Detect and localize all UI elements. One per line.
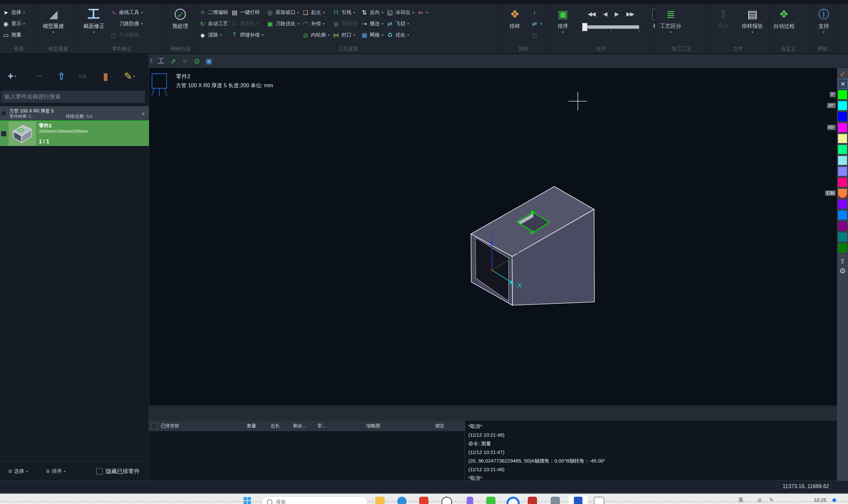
measure-button[interactable]: ▭测量 bbox=[2, 30, 25, 40]
move-up-button[interactable]: ╌╌⇧ bbox=[838, 255, 847, 265]
viewport-3d[interactable]: 零件2 方管 100 X R0 厚度 5 长度:200 单位: mm Y Z X bbox=[149, 68, 837, 406]
section-profile-icon[interactable]: ▣ bbox=[203, 57, 215, 65]
command-log[interactable]: *取消*(11/12 10:21:46)命令: 测量(11/12 10:21:4… bbox=[465, 421, 837, 481]
lead-line-button[interactable]: ⊓引线▾ bbox=[332, 7, 358, 18]
select-button[interactable]: ➤选择▾ bbox=[2, 7, 25, 18]
search-input[interactable] bbox=[1, 91, 145, 103]
cooling-point-button[interactable]: ◱冷却点▾ bbox=[386, 7, 414, 18]
close-button[interactable]: × bbox=[838, 79, 848, 89]
seal-button[interactable]: ⋈封口▾ bbox=[332, 30, 358, 40]
inner-contour-button[interactable]: ◎内轮廓▾ bbox=[302, 30, 330, 40]
browser-ring-icon[interactable] bbox=[507, 497, 520, 504]
sort-button[interactable]: ▣排序▾ bbox=[550, 7, 576, 34]
nest-button[interactable]: ❖排样 bbox=[501, 7, 528, 30]
sort-menu-button[interactable]: ≣ 排序 ▾ bbox=[46, 468, 66, 474]
folder-icon[interactable] bbox=[375, 497, 385, 504]
optimize-button[interactable]: ♻优化▾ bbox=[386, 30, 414, 40]
start-point-button[interactable]: ❏起点▾ bbox=[302, 7, 330, 18]
process-swatch[interactable] bbox=[838, 134, 847, 143]
display-button[interactable]: ◉显示▾ bbox=[2, 19, 25, 29]
auto-flow-button[interactable]: ❖自动过程 bbox=[771, 7, 797, 30]
nest-report-button[interactable]: ▤排样报告▾ bbox=[739, 7, 766, 34]
simulate-button[interactable]: ▶模拟▾ bbox=[645, 7, 655, 34]
process-swatch[interactable] bbox=[838, 90, 847, 99]
process-swatch[interactable] bbox=[838, 222, 847, 231]
group-checkbox[interactable] bbox=[1, 111, 6, 116]
simulation-speed-slider[interactable] bbox=[582, 25, 639, 29]
circle-icon[interactable]: ○ bbox=[179, 57, 191, 65]
process-swatch[interactable] bbox=[838, 244, 847, 252]
process-swatch[interactable] bbox=[838, 112, 847, 121]
swap-button[interactable]: ⇄▾ bbox=[531, 19, 542, 29]
process-distinguish-button[interactable]: ≣工艺区分▾ bbox=[657, 7, 684, 34]
settings-button[interactable]: ⚙ bbox=[838, 266, 847, 275]
taskbar-search[interactable]: 搜索 bbox=[262, 497, 367, 504]
step-back-icon[interactable]: ◀ bbox=[603, 11, 607, 18]
gray-app-icon[interactable] bbox=[551, 497, 560, 504]
panda-app-icon[interactable] bbox=[441, 497, 452, 504]
process-swatch[interactable] bbox=[838, 101, 847, 110]
drag-handle-icon[interactable]: ‖ bbox=[150, 57, 152, 65]
vibration-button[interactable]: ↭▾ bbox=[417, 7, 428, 18]
process-swatch[interactable] bbox=[838, 233, 847, 241]
process-swatch[interactable] bbox=[838, 156, 847, 165]
fast-forward-icon[interactable]: ▶▶ bbox=[626, 11, 634, 18]
snip-tool-icon[interactable] bbox=[594, 497, 604, 504]
chevron-down-icon[interactable]: ∨ bbox=[141, 110, 145, 116]
hide-nested-parts-checkbox[interactable]: 隐藏已排零件 bbox=[96, 468, 140, 475]
preprocess-button[interactable]: ✓预处理 bbox=[167, 7, 194, 30]
edge-browser-icon[interactable] bbox=[397, 497, 407, 504]
compensation-button[interactable]: ◠补偿▾ bbox=[302, 19, 330, 29]
process-swatch[interactable] bbox=[838, 178, 847, 187]
slider-knob[interactable] bbox=[582, 23, 587, 31]
material-group-row[interactable]: 方管 100 X R0 厚度 5 零件种类: 1 待排/总数: 1/1 ∨ bbox=[0, 106, 149, 121]
measure-icon[interactable]: ⇗ bbox=[167, 57, 179, 65]
clock[interactable]: 10:25 bbox=[814, 497, 827, 503]
model-rebuild-button[interactable]: ◢模型重建▾ bbox=[40, 7, 67, 34]
tray-icon[interactable]: ◎ bbox=[757, 497, 762, 503]
fly-cut-button[interactable]: ⇄飞切▾ bbox=[386, 19, 414, 29]
process-swatch[interactable] bbox=[838, 123, 847, 132]
ime-indicator[interactable]: 英 bbox=[739, 497, 743, 503]
process-swatch[interactable] bbox=[838, 189, 847, 198]
add-part-button[interactable]: +▾ bbox=[5, 69, 19, 83]
edit-2d-button[interactable]: ⌗二维编辑 bbox=[199, 7, 228, 18]
confirm-button[interactable]: ✓ bbox=[838, 70, 847, 79]
windows-icon[interactable] bbox=[244, 497, 251, 504]
select-all-checkbox[interactable] bbox=[151, 424, 157, 429]
process-swatch[interactable] bbox=[838, 145, 847, 154]
tube-icon[interactable]: ⊙ bbox=[191, 57, 203, 65]
process-swatch[interactable] bbox=[838, 200, 847, 209]
toolpath-optimize-button[interactable]: ▣刀路优化▾ bbox=[266, 19, 299, 29]
select-menu-button[interactable]: ≣ 选择 ▾ bbox=[8, 468, 28, 474]
grid-button[interactable]: ▦网格▾ bbox=[360, 30, 383, 40]
tube-model-3d[interactable]: Y Z X bbox=[149, 68, 837, 406]
tray-icon[interactable]: ✎ bbox=[769, 497, 774, 503]
add-material-button[interactable]: ▮ bbox=[98, 69, 113, 83]
import-parts-button[interactable]: ⇧ bbox=[54, 69, 69, 83]
process-swatch[interactable] bbox=[838, 211, 847, 220]
edit-list-button[interactable]: ✎▾ bbox=[122, 69, 137, 83]
part-list-item[interactable]: 零件2 100mmX100mmX200mm 1 / 1 bbox=[0, 121, 149, 146]
part-measure-button[interactable]: ↕ bbox=[531, 7, 542, 18]
curve-tools-button[interactable]: ∿曲线工具▾ bbox=[110, 7, 143, 18]
red-cube-app-icon[interactable] bbox=[528, 497, 537, 504]
add-bevel-button[interactable]: ◎添加坡口▾ bbox=[266, 7, 299, 18]
auto-process-button[interactable]: ↻自动工艺 bbox=[199, 19, 228, 29]
part-checkbox[interactable] bbox=[1, 131, 6, 137]
one-key-sample-button[interactable]: ▤一键打样 bbox=[231, 7, 264, 18]
gem-app-icon[interactable] bbox=[467, 497, 473, 504]
support-button[interactable]: ⓘ支持▾ bbox=[811, 7, 837, 34]
micro-joint-button[interactable]: ⇢微连▾ bbox=[360, 19, 383, 29]
clear-button[interactable]: ◆清除▾ bbox=[199, 30, 228, 40]
reverse-button[interactable]: ⇅反向▾ bbox=[360, 7, 383, 18]
process-swatch[interactable] bbox=[838, 167, 847, 176]
rewind-icon[interactable]: ◀◀ bbox=[588, 11, 595, 18]
weld-compensation-button[interactable]: T焊缝补偿▾ bbox=[231, 30, 264, 40]
toolpath-collision-button[interactable]: 刀路防撞▾ bbox=[110, 19, 143, 29]
section-fix-button[interactable]: 工截面修正▾ bbox=[81, 7, 107, 34]
wps-icon[interactable] bbox=[419, 497, 428, 504]
active-cad-app-icon[interactable] bbox=[568, 496, 588, 504]
step-forward-icon[interactable]: ▶ bbox=[615, 11, 618, 18]
ibeam-section-icon[interactable]: 工 bbox=[155, 56, 167, 66]
